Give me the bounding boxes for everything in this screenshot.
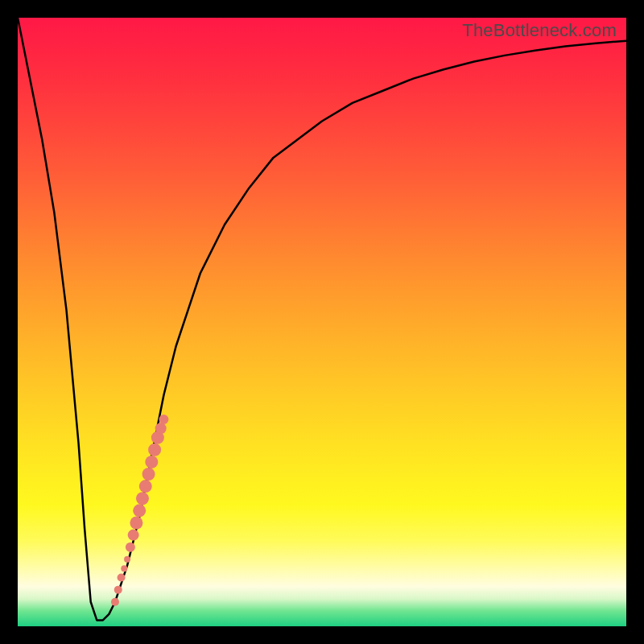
data-marker [145,456,158,469]
chart-frame: TheBottleneck.com [0,0,644,644]
data-marker [124,556,130,563]
data-marker [159,415,168,424]
chart-svg [18,18,626,626]
data-marker [155,423,167,434]
data-marker [118,574,126,582]
data-marker [139,480,152,493]
plot-area: TheBottleneck.com [18,18,626,626]
data-marker [133,504,146,517]
data-marker [142,468,155,481]
watermark-text: TheBottleneck.com [462,20,617,41]
data-marker [111,598,119,606]
data-marker [114,586,122,594]
bottleneck-curve [18,18,626,620]
data-marker [121,565,127,572]
data-marker [136,492,149,505]
data-marker [148,444,161,456]
data-marker [126,543,135,552]
data-marker [128,530,139,541]
data-marker [130,516,142,529]
